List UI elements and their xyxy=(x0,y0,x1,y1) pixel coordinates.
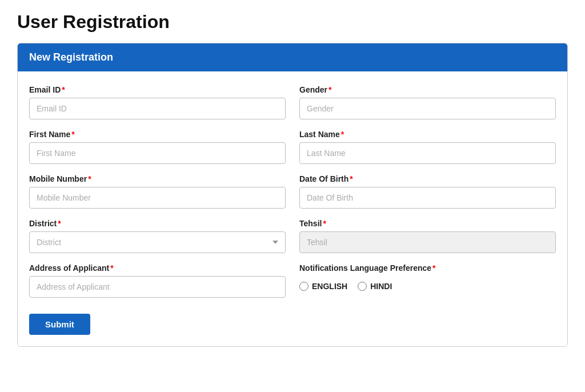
firstname-required: * xyxy=(71,130,74,139)
gender-label: Gender* xyxy=(299,85,556,94)
tehsil-required: * xyxy=(323,219,326,228)
registration-card: New Registration Email ID* Gender* First… xyxy=(17,43,568,347)
email-required: * xyxy=(62,85,65,94)
firstname-label: First Name* xyxy=(29,130,286,139)
mobile-required: * xyxy=(88,174,91,183)
address-input[interactable] xyxy=(29,276,286,298)
english-label: ENGLISH xyxy=(312,282,347,291)
submit-button[interactable]: Submit xyxy=(29,314,90,335)
row-name: First Name* Last Name* xyxy=(29,130,556,164)
tehsil-input[interactable] xyxy=(299,231,556,253)
mobile-input[interactable] xyxy=(29,187,286,209)
english-radio[interactable] xyxy=(299,282,308,291)
district-label: District* xyxy=(29,219,286,228)
lastname-group: Last Name* xyxy=(299,130,556,164)
district-select[interactable]: District xyxy=(29,231,286,253)
form-body: Email ID* Gender* First Name* L xyxy=(18,71,567,346)
form-header: New Registration xyxy=(18,43,567,71)
page-title: User Registration xyxy=(17,11,568,33)
submit-row: Submit xyxy=(29,308,556,335)
english-radio-label[interactable]: ENGLISH xyxy=(299,282,347,291)
hindi-label: HINDI xyxy=(370,282,392,291)
row-address-lang: Address of Applicant* Notifications Lang… xyxy=(29,263,556,298)
row-district-tehsil: District* District Tehsil* xyxy=(29,219,556,253)
language-radio-group: ENGLISH HINDI xyxy=(299,276,556,297)
notif-lang-required: * xyxy=(432,263,435,273)
gender-required: * xyxy=(328,85,331,94)
district-group: District* District xyxy=(29,219,286,253)
dob-group: Date Of Birth* xyxy=(299,174,556,209)
mobile-group: Mobile Number* xyxy=(29,174,286,209)
firstname-input[interactable] xyxy=(29,142,286,164)
email-label: Email ID* xyxy=(29,85,286,94)
gender-input[interactable] xyxy=(299,98,556,119)
lastname-label: Last Name* xyxy=(299,130,556,139)
address-label: Address of Applicant* xyxy=(29,263,286,273)
mobile-label: Mobile Number* xyxy=(29,174,286,183)
lastname-input[interactable] xyxy=(299,142,556,164)
address-group: Address of Applicant* xyxy=(29,263,286,298)
lastname-required: * xyxy=(341,130,344,139)
email-input[interactable] xyxy=(29,98,286,119)
hindi-radio[interactable] xyxy=(358,282,367,291)
notif-lang-label: Notifications Language Preference* xyxy=(299,263,556,273)
dob-label: Date Of Birth* xyxy=(299,174,556,183)
row-mobile-dob: Mobile Number* Date Of Birth* xyxy=(29,174,556,209)
email-group: Email ID* xyxy=(29,85,286,119)
tehsil-group: Tehsil* xyxy=(299,219,556,253)
address-required: * xyxy=(110,263,113,273)
district-required: * xyxy=(58,219,61,228)
gender-group: Gender* xyxy=(299,85,556,119)
hindi-radio-label[interactable]: HINDI xyxy=(358,282,392,291)
dob-required: * xyxy=(350,174,352,183)
tehsil-label: Tehsil* xyxy=(299,219,556,228)
row-email-gender: Email ID* Gender* xyxy=(29,85,556,119)
firstname-group: First Name* xyxy=(29,130,286,164)
dob-input[interactable] xyxy=(299,187,556,209)
notif-lang-group: Notifications Language Preference* ENGLI… xyxy=(299,263,556,298)
